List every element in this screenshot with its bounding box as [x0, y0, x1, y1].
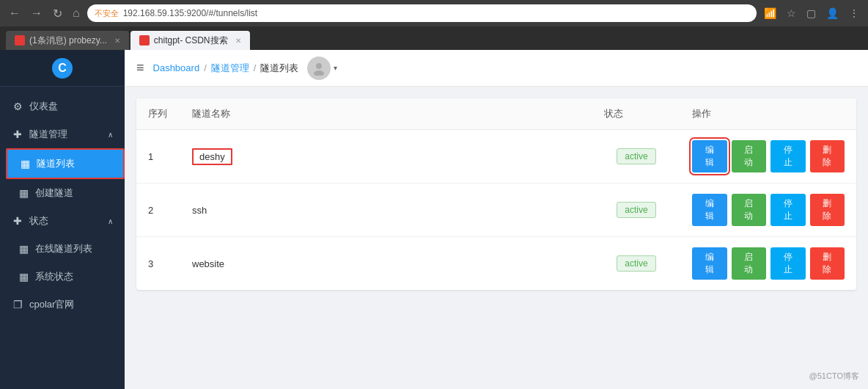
user-avatar-container[interactable]: ▾ — [307, 57, 337, 80]
row3-ops-cell: 编辑 启动 停止 删除 — [680, 237, 856, 291]
sidebar-sub-status: ▦ 在线隧道列表 ▦ 系统状态 — [0, 235, 125, 291]
table-header-row: 序列 隧道名称 状态 操作 — [136, 98, 856, 130]
row1-edit-button[interactable]: 编辑 — [692, 140, 727, 172]
tunnel-mgmt-chevron: ∧ — [108, 131, 113, 139]
sidebar-menu: ⚙ 仪表盘 ✚ 隧道管理 ∧ ▦ 隧道列表 ▦ 创建隧道 ✚ — [0, 87, 125, 389]
breadcrumb-tunnel-mgmt[interactable]: 隧道管理 — [211, 62, 249, 75]
status-icon: ✚ — [12, 215, 23, 227]
app-layout: C ⚙ 仪表盘 ✚ 隧道管理 ∧ ▦ 隧道列表 ▦ 创建隧道 — [0, 50, 868, 389]
status-chevron: ∧ — [108, 217, 113, 225]
home-button[interactable]: ⌂ — [70, 5, 83, 21]
row1-seq: 1 — [136, 130, 180, 183]
row1-start-button[interactable]: 启动 — [732, 140, 767, 172]
row2-stop-button[interactable]: 停止 — [770, 194, 806, 226]
security-warning: 不安全 — [95, 8, 119, 19]
bookmark-button[interactable]: ☆ — [784, 6, 799, 21]
tunnel-list-icon: ▦ — [19, 158, 31, 170]
menu-button[interactable]: ⋮ — [846, 6, 862, 21]
tab-1[interactable]: (1条消息) probezy... ✕ — [6, 31, 129, 50]
row3-delete-button[interactable]: 删除 — [810, 247, 845, 280]
table-row: 3 website active 编辑 启动 — [136, 237, 856, 291]
sidebar-item-dashboard[interactable]: ⚙ 仪表盘 — [0, 92, 125, 120]
row1-delete-button[interactable]: 删除 — [810, 140, 845, 172]
tunnel-table: 序列 隧道名称 状态 操作 1 deshy — [136, 98, 856, 290]
row2-status-badge: active — [617, 202, 655, 218]
row3-status-cell: active — [592, 237, 680, 291]
tab1-close[interactable]: ✕ — [114, 37, 120, 45]
top-header: ≡ Dashboard / 隧道管理 / 隧道列表 ▾ — [125, 50, 868, 87]
cpolar-icon: ❐ — [12, 299, 23, 310]
sidebar: C ⚙ 仪表盘 ✚ 隧道管理 ∧ ▦ 隧道列表 ▦ 创建隧道 — [0, 50, 125, 389]
menu-toggle-button[interactable]: ≡ — [136, 60, 144, 76]
page-body: 序列 隧道名称 状态 操作 1 deshy — [125, 87, 868, 389]
sidebar-section-status[interactable]: ✚ 状态 ∧ — [0, 207, 125, 235]
data-table: 序列 隧道名称 状态 操作 1 deshy — [136, 98, 856, 290]
sidebar-label-dashboard: 仪表盘 — [29, 100, 58, 113]
main-content: ≡ Dashboard / 隧道管理 / 隧道列表 ▾ — [125, 50, 868, 389]
breadcrumb-dashboard[interactable]: Dashboard — [153, 62, 200, 73]
row1-status-badge: active — [617, 148, 655, 164]
tab1-favicon — [15, 35, 25, 46]
svg-point-1 — [314, 70, 324, 76]
tab2-favicon — [139, 35, 150, 46]
row2-start-button[interactable]: 启动 — [732, 194, 767, 226]
tab-2[interactable]: chitgpt- CSDN搜索 ✕ — [130, 31, 250, 50]
col-header-ops: 操作 — [680, 98, 856, 130]
sidebar-label-status: 状态 — [29, 214, 48, 228]
tab2-close[interactable]: ✕ — [235, 37, 241, 45]
address-bar[interactable]: 不安全 192.168.59.135:9200/#/tunnels/list — [87, 4, 757, 22]
tab1-label: (1条消息) probezy... — [29, 34, 107, 47]
breadcrumb-sep-1: / — [204, 62, 207, 73]
row2-edit-button[interactable]: 编辑 — [692, 194, 727, 226]
window-button[interactable]: ▢ — [803, 6, 819, 21]
sidebar-logo: C — [0, 50, 125, 87]
avatar — [307, 57, 331, 80]
dashboard-icon: ⚙ — [12, 101, 23, 112]
cast-button[interactable]: 📶 — [761, 6, 779, 21]
breadcrumb-sep-2: / — [254, 62, 257, 73]
back-button[interactable]: ← — [6, 5, 23, 21]
row3-start-button[interactable]: 启动 — [732, 247, 767, 280]
sidebar-item-create-tunnel[interactable]: ▦ 创建隧道 — [6, 179, 125, 207]
row1-ops-cell: 编辑 启动 停止 删除 — [680, 130, 856, 183]
footer-watermark: @51CTO博客 — [809, 371, 859, 382]
sidebar-label-system-status: 系统状态 — [35, 270, 73, 283]
row2-delete-button[interactable]: 删除 — [810, 194, 845, 226]
sidebar-label-tunnel-list: 隧道列表 — [37, 157, 75, 170]
table-row: 2 ssh active 编辑 启动 停止 — [136, 183, 856, 237]
row1-name: deshy — [192, 148, 232, 165]
tab2-label: chitgpt- CSDN搜索 — [154, 34, 228, 47]
tunnel-mgmt-icon: ✚ — [12, 128, 23, 140]
row2-seq: 2 — [136, 183, 180, 237]
address-text: 192.168.59.135:9200/#/tunnels/list — [123, 8, 257, 18]
sidebar-item-tunnel-list[interactable]: ▦ 隧道列表 — [6, 148, 125, 179]
col-header-name: 隧道名称 — [180, 98, 592, 130]
row1-name-cell: deshy — [180, 130, 592, 183]
row3-seq: 3 — [136, 237, 180, 291]
forward-button[interactable]: → — [28, 5, 45, 21]
row3-name: website — [192, 258, 224, 269]
sidebar-section-tunnel-mgmt[interactable]: ✚ 隧道管理 ∧ — [0, 120, 125, 148]
reload-button[interactable]: ↻ — [50, 5, 65, 22]
row1-stop-button[interactable]: 停止 — [770, 140, 806, 172]
sidebar-label-tunnel-mgmt: 隧道管理 — [29, 128, 67, 141]
table-row: 1 deshy active 编辑 启动 停 — [136, 130, 856, 183]
profile-button[interactable]: 👤 — [823, 6, 842, 21]
logo-icon: C — [52, 58, 73, 79]
row3-stop-button[interactable]: 停止 — [770, 247, 806, 280]
row2-name: ssh — [192, 205, 207, 216]
col-header-status: 状态 — [592, 98, 680, 130]
sidebar-item-cpolar[interactable]: ❐ cpolar官网 — [0, 291, 125, 319]
tabs-bar: (1条消息) probezy... ✕ chitgpt- CSDN搜索 ✕ — [0, 26, 868, 50]
row3-edit-button[interactable]: 编辑 — [692, 247, 727, 280]
sidebar-item-system-status[interactable]: ▦ 系统状态 — [6, 263, 125, 291]
sidebar-sub-tunnel: ▦ 隧道列表 ▦ 创建隧道 — [0, 148, 125, 207]
row3-status-badge: active — [617, 255, 655, 272]
browser-chrome: ← → ↻ ⌂ 不安全 192.168.59.135:9200/#/tunnel… — [0, 0, 868, 26]
sidebar-label-create-tunnel: 创建隧道 — [35, 186, 73, 200]
sidebar-label-cpolar: cpolar官网 — [29, 298, 74, 311]
sidebar-item-online-tunnels[interactable]: ▦ 在线隧道列表 — [6, 235, 125, 263]
breadcrumb-current: 隧道列表 — [260, 62, 298, 75]
create-tunnel-icon: ▦ — [18, 187, 29, 199]
system-status-icon: ▦ — [18, 271, 29, 283]
